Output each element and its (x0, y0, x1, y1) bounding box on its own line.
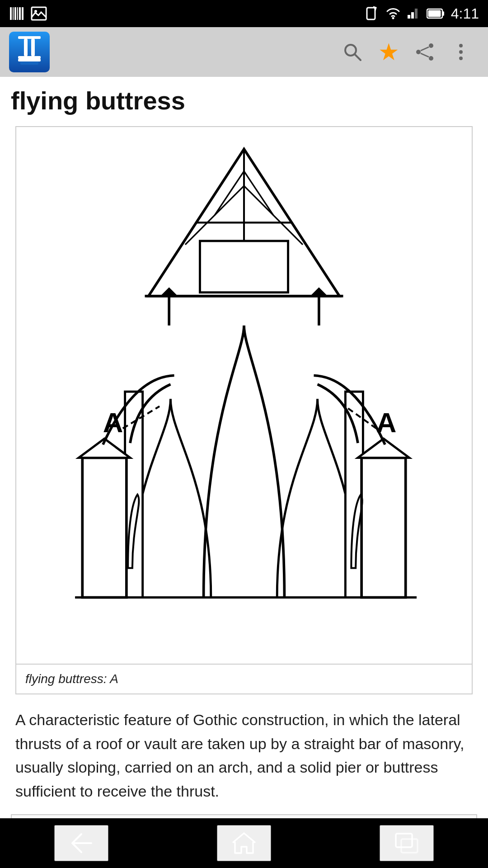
svg-rect-1 (13, 7, 14, 20)
back-icon (68, 832, 95, 854)
home-icon (231, 830, 257, 856)
toolbar: ★ (0, 27, 488, 77)
caption-italic: A (110, 672, 118, 686)
signal-icon (408, 6, 420, 21)
share-button[interactable] (407, 34, 443, 70)
svg-text:A: A (376, 407, 397, 438)
more-dots-icon (459, 44, 463, 60)
search-icon (343, 42, 362, 62)
svg-point-9 (392, 17, 394, 19)
svg-rect-2 (14, 7, 16, 20)
svg-rect-37 (200, 241, 288, 292)
status-bar-left-icons (9, 5, 47, 22)
app-logo (16, 35, 43, 67)
svg-rect-44 (82, 458, 127, 598)
svg-rect-19 (18, 56, 41, 59)
svg-rect-4 (19, 7, 21, 20)
app-icon (9, 32, 50, 72)
wifi-icon (385, 5, 401, 22)
svg-rect-16 (18, 36, 41, 39)
recents-icon (394, 832, 419, 854)
search-button[interactable] (334, 34, 371, 70)
svg-rect-15 (428, 10, 441, 17)
svg-line-23 (355, 54, 361, 60)
svg-rect-8 (367, 8, 375, 19)
status-bar: 4:11 (0, 0, 488, 27)
favorite-button[interactable]: ★ (371, 34, 407, 70)
rotate-icon (363, 6, 379, 21)
svg-marker-11 (411, 12, 414, 19)
star-icon: ★ (378, 38, 399, 66)
barcode-icon (9, 5, 25, 22)
home-button[interactable] (217, 825, 271, 861)
battery-icon (427, 7, 445, 20)
buttress-diagram: A A (16, 127, 472, 664)
nav-bar (0, 818, 488, 868)
svg-line-28 (421, 53, 429, 57)
main-content: flying buttress (0, 77, 488, 868)
svg-rect-0 (10, 7, 12, 20)
diagram-caption: flying buttress: A (16, 664, 472, 693)
status-bar-right-icons: 4:11 (363, 5, 479, 22)
svg-rect-3 (17, 7, 18, 20)
svg-point-24 (429, 43, 433, 48)
svg-marker-55 (233, 833, 255, 853)
recents-button[interactable] (380, 825, 434, 861)
svg-marker-10 (408, 15, 410, 19)
more-options-button[interactable] (443, 34, 479, 70)
svg-rect-56 (396, 834, 412, 847)
description-text: A characteristic feature of Gothic const… (11, 694, 477, 814)
svg-rect-47 (361, 458, 406, 598)
share-icon (415, 42, 435, 62)
svg-rect-18 (31, 39, 35, 56)
svg-rect-17 (24, 39, 28, 56)
image-icon (31, 5, 47, 22)
svg-rect-57 (401, 839, 418, 853)
svg-rect-14 (442, 11, 444, 16)
svg-rect-21 (18, 59, 41, 61)
svg-point-25 (416, 50, 421, 54)
status-time: 4:11 (451, 5, 479, 22)
svg-point-26 (429, 56, 433, 61)
diagram-container: A A flying buttress: A (15, 126, 473, 694)
svg-rect-5 (22, 7, 23, 20)
svg-text:A: A (103, 407, 123, 438)
svg-line-27 (421, 47, 429, 51)
svg-marker-12 (415, 9, 418, 19)
back-button[interactable] (54, 825, 108, 861)
page-title: flying buttress (11, 86, 477, 115)
